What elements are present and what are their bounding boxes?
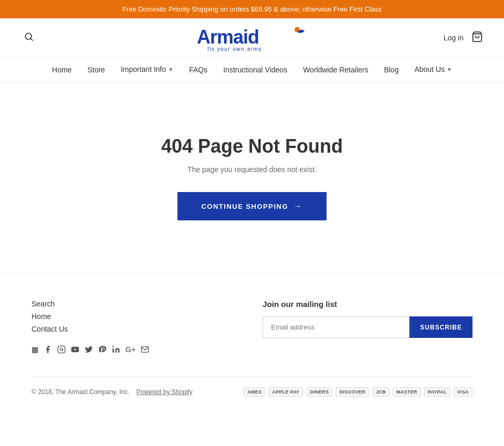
nav-link-instructional-videos[interactable]: Instructional Videos — [223, 66, 287, 74]
error-message: The page you requested does not exist. — [187, 165, 317, 174]
pinterest-icon[interactable] — [98, 345, 107, 355]
main-nav: Home Store Important Info ▼ FAQs Instruc… — [0, 57, 504, 83]
payment-master: MASTER — [393, 387, 421, 397]
search-icon — [24, 31, 34, 42]
youtube-icon[interactable] — [71, 345, 79, 355]
powered-by-link[interactable]: Powered by Shopify — [136, 388, 193, 396]
login-link[interactable]: Log in — [444, 34, 464, 42]
nav-link-important-info[interactable]: Important Info ▼ — [121, 65, 173, 73]
cart-button[interactable] — [471, 31, 483, 44]
nav-item-about-us: About Us ▼ — [414, 65, 452, 75]
svg-point-9 — [112, 346, 114, 347]
cart-icon — [471, 31, 483, 43]
nav-item-blog: Blog — [384, 65, 398, 75]
instagram-icon[interactable] — [57, 345, 66, 355]
svg-point-0 — [25, 33, 32, 39]
googleplus-icon[interactable]: G+ — [125, 345, 135, 355]
nav-item-faqs: FAQs — [189, 65, 207, 75]
rss-icon[interactable]: ▩ — [32, 345, 38, 355]
footer-links: Search Home Contact Us ▩ — [32, 300, 149, 355]
facebook-icon[interactable] — [44, 345, 52, 355]
svg-rect-6 — [58, 346, 65, 353]
subscribe-button[interactable]: SUBSCRIBE — [410, 316, 472, 338]
nav-link-store[interactable]: Store — [87, 66, 104, 74]
social-icons: ▩ G+ — [32, 345, 149, 355]
payment-diners: DINERS — [307, 387, 333, 397]
search-button[interactable] — [21, 29, 37, 46]
footer-content: Search Home Contact Us ▩ — [32, 300, 472, 355]
payment-visa: VISA — [454, 387, 472, 397]
svg-text:fix your own arms: fix your own arms — [207, 46, 262, 51]
banner-text: Free Domestic Priority Shipping on order… — [122, 5, 382, 13]
header-left — [21, 29, 37, 46]
svg-line-1 — [31, 39, 33, 41]
logo[interactable]: Armaid fix your own arms — [194, 22, 310, 54]
email-input[interactable] — [262, 316, 410, 338]
arrow-right-icon: → — [293, 201, 303, 211]
logo-svg: Armaid fix your own arms — [194, 22, 310, 54]
email-icon[interactable] — [141, 345, 149, 355]
svg-text:Armaid: Armaid — [197, 26, 259, 47]
payment-icons: AMEX APPLE PAY DINERS DISCOVER JCB MASTE… — [244, 387, 472, 397]
payment-applepay: APPLE PAY — [268, 387, 303, 397]
nav-item-instructional-videos: Instructional Videos — [223, 65, 287, 75]
nav-list: Home Store Important Info ▼ FAQs Instruc… — [0, 57, 504, 82]
twitter-icon[interactable] — [85, 345, 93, 355]
footer-copyright: © 2018, The Armaid Company, Inc. Powered… — [32, 388, 193, 396]
mailing-list-heading: Join our mailing list — [262, 300, 472, 309]
mailing-form: SUBSCRIBE — [262, 316, 472, 338]
footer-link-search[interactable]: Search — [32, 300, 149, 308]
top-banner: Free Domestic Priority Shipping on order… — [0, 0, 504, 18]
main-content: 404 Page Not Found The page you requeste… — [0, 83, 504, 273]
nav-item-worldwide-retailers: Worldwide Retailers — [303, 65, 368, 75]
header: Armaid fix your own arms Log in — [0, 18, 504, 57]
continue-shopping-button[interactable]: CONTINUE SHOPPING → — [177, 192, 326, 220]
copyright-text: © 2018, The Armaid Company, Inc. — [32, 388, 130, 396]
header-right: Log in — [444, 31, 483, 44]
logo-wrapper: Armaid fix your own arms — [194, 22, 310, 54]
error-title: 404 Page Not Found — [161, 135, 343, 157]
linkedin-icon[interactable] — [112, 345, 120, 355]
mailing-list-section: Join our mailing list SUBSCRIBE — [262, 300, 472, 355]
payment-jcb: JCB — [372, 387, 390, 397]
payment-amex: AMEX — [244, 387, 265, 397]
nav-item-store: Store — [87, 65, 104, 75]
nav-item-important-info: Important Info ▼ — [121, 65, 173, 75]
payment-paypal: PAYPAL — [424, 387, 450, 397]
footer-bottom: © 2018, The Armaid Company, Inc. Powered… — [32, 376, 472, 397]
chevron-down-icon-about: ▼ — [447, 67, 452, 72]
footer-link-contact[interactable]: Contact Us — [32, 325, 149, 333]
nav-link-home[interactable]: Home — [52, 66, 71, 74]
payment-discover: DISCOVER — [335, 387, 369, 397]
nav-link-faqs[interactable]: FAQs — [189, 66, 207, 74]
footer: Search Home Contact Us ▩ — [0, 273, 504, 412]
nav-item-home: Home — [52, 65, 71, 75]
nav-link-blog[interactable]: Blog — [384, 66, 398, 74]
nav-link-worldwide-retailers[interactable]: Worldwide Retailers — [303, 66, 368, 74]
chevron-down-icon: ▼ — [168, 67, 173, 72]
nav-link-about-us[interactable]: About Us ▼ — [414, 65, 452, 73]
continue-label: CONTINUE SHOPPING — [201, 203, 288, 210]
footer-link-home[interactable]: Home — [32, 312, 149, 321]
